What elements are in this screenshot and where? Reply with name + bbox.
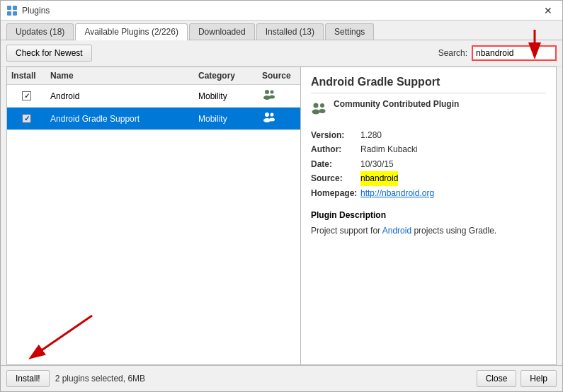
svg-point-14 [320,103,324,108]
col-header-install: Install [7,69,46,82]
plugin-category-cell: Mobility [194,113,258,125]
toolbar: Check for Newest Search: [1,40,562,67]
table-row[interactable]: Android Mobility [7,85,300,108]
main-content: Install Name Category Source Android Mob… [6,67,557,365]
date-label: Date: [311,157,360,171]
install-checkbox[interactable] [22,91,31,100]
install-checkbox[interactable] [22,114,31,123]
svg-point-11 [269,118,275,122]
tab-downloaded[interactable]: Downloaded [189,23,255,40]
search-input[interactable] [472,45,557,61]
install-cell[interactable] [7,90,46,102]
svg-point-15 [319,109,326,113]
footer: Install! 2 plugins selected, 6MB Close H… [1,365,562,391]
help-button[interactable]: Help [521,370,557,387]
desc-text-android: Android [382,226,411,236]
footer-status: 2 plugins selected, 6MB [55,374,145,384]
source-value: nbandroid [360,171,398,185]
svg-point-10 [271,113,274,117]
table-body: Android Mobility [7,85,300,364]
svg-point-4 [265,90,269,94]
plugin-meta: Community Contributed Plugin [311,99,546,120]
col-header-category: Category [194,69,258,82]
window-title: Plugins [22,6,50,16]
svg-rect-1 [13,6,17,10]
svg-rect-0 [7,6,11,10]
puzzle-icon [6,5,18,16]
tabs-bar: Updates (18) Available Plugins (2/226) D… [1,21,562,40]
table-header: Install Name Category Source [7,67,300,85]
homepage-value[interactable]: http://nbandroid.org [360,186,434,200]
check-newest-button[interactable]: Check for Newest [6,45,92,62]
date-value: 10/30/15 [360,157,394,171]
plugin-desc-text: Project support for Android projects usi… [311,224,546,237]
install-button[interactable]: Install! [6,370,50,387]
author-label: Author: [311,142,360,156]
plugin-source-cell [258,109,300,128]
tab-settings[interactable]: Settings [325,23,374,40]
tab-available[interactable]: Available Plugins (2/226) [75,23,188,40]
homepage-label: Homepage: [311,186,360,200]
right-panel: Android Gradle Support Community Contrib… [301,67,556,364]
tab-updates[interactable]: Updates (18) [6,23,74,40]
plugin-desc-title: Plugin Description [311,210,546,220]
install-cell[interactable] [7,113,46,125]
plugin-name-cell: Android [46,90,194,103]
plugin-badge: Community Contributed Plugin [334,99,459,109]
plugin-category-cell: Mobility [194,90,258,103]
table-row[interactable]: Android Gradle Support Mobility [7,108,300,130]
plugin-title: Android Gradle Support [311,76,546,93]
svg-point-7 [269,96,275,99]
people-icon [262,110,276,125]
desc-text-2: projects using Gradle. [411,226,496,236]
svg-point-12 [314,103,319,108]
desc-text-1: Project support for [311,226,382,236]
svg-point-8 [265,113,269,117]
col-header-source: Source [258,69,300,82]
version-value: 1.280 [360,128,382,142]
svg-point-13 [312,110,320,115]
svg-point-6 [271,91,274,94]
close-button[interactable]: ✕ [540,4,557,18]
people-icon [262,88,276,102]
svg-rect-3 [13,11,17,16]
source-label: Source: [311,171,360,185]
version-label: Version: [311,128,360,142]
close-dialog-button[interactable]: Close [477,370,517,387]
search-label: Search: [438,48,467,58]
tab-installed[interactable]: Installed (13) [256,23,324,40]
plugin-name-cell: Android Gradle Support [46,113,194,125]
left-panel: Install Name Category Source Android Mob… [7,67,301,364]
plugin-description-section: Plugin Description Project support for A… [311,210,546,237]
plugin-details: Version: 1.280 Author: Radim Kubacki Dat… [311,128,546,200]
svg-rect-2 [7,11,11,16]
community-icon [311,100,326,120]
plugin-source-cell [258,86,300,105]
author-value: Radim Kubacki [360,142,418,156]
col-header-name: Name [46,69,194,82]
